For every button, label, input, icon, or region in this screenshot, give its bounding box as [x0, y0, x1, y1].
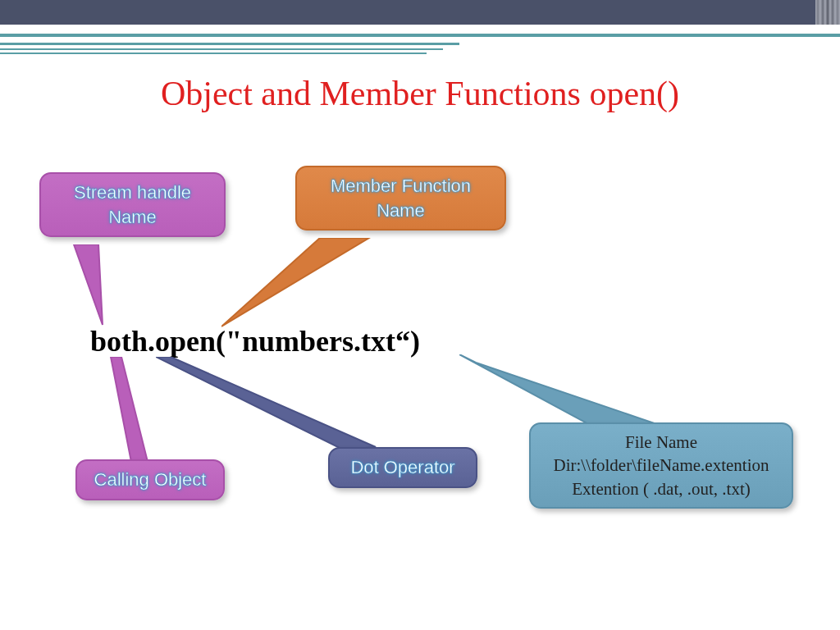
accent-line: [0, 52, 427, 54]
svg-marker-0: [74, 244, 103, 325]
callout-tail: [57, 244, 107, 326]
callout-tail: [156, 357, 377, 451]
callout-tail: [98, 357, 156, 463]
svg-marker-1: [221, 238, 369, 326]
callout-member-function: Member Function Name: [295, 166, 506, 231]
callout-tail: [221, 238, 410, 328]
svg-marker-2: [111, 357, 148, 462]
svg-marker-3: [156, 357, 376, 450]
callout-text: Stream handle Name: [74, 182, 191, 227]
callout-dot-operator: Dot Operator: [328, 447, 477, 488]
callout-text: Dir:\\folder\fileName.extention: [542, 454, 780, 477]
callout-text: File Name: [542, 431, 780, 454]
callout-text: Dot Operator: [350, 457, 454, 477]
top-bar: [0, 0, 840, 25]
corner-stripes: [815, 0, 840, 25]
callout-file-name: File Name Dir:\\folder\fileName.extentio…: [529, 422, 793, 509]
callout-stream-handle: Stream handle Name: [39, 172, 226, 237]
code-line: both.open("numbers.txt“): [90, 324, 420, 358]
slide-title: Object and Member Functions open(): [0, 74, 840, 113]
callout-text: Member Function Name: [331, 176, 471, 221]
callout-text: Extention ( .dat, .out, .txt): [542, 477, 780, 500]
accent-line: [0, 48, 443, 50]
callout-calling-object: Calling Object: [75, 459, 225, 500]
callout-text: Calling Object: [94, 469, 207, 490]
accent-line: [0, 43, 459, 45]
accent-line: [0, 34, 840, 37]
